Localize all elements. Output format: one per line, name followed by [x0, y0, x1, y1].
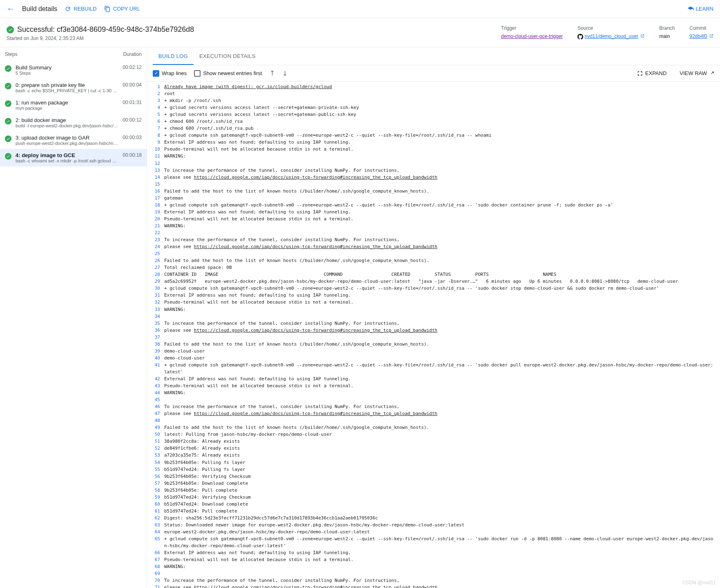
iap-doc-link[interactable]: https://cloud.google.com/iap/docs/using-…	[194, 585, 437, 588]
line-number: 1	[147, 83, 164, 90]
step-title: Build Summary	[16, 64, 118, 71]
view-raw-button[interactable]: VIEW RAW	[680, 70, 714, 76]
log-line: 6+ chmod 600 /root/.ssh/id_rsa	[147, 118, 720, 125]
expand-button[interactable]: EXPAND	[637, 70, 667, 76]
log-line: 15	[147, 181, 720, 188]
scroll-top-icon[interactable]: ⤒	[270, 69, 275, 77]
line-text: b51d9747ed24: Download complete	[164, 501, 720, 508]
iap-doc-link[interactable]: https://cloud.google.com/iap/docs/using-…	[194, 175, 437, 180]
wrap-lines-toggle[interactable]: Wrap lines	[153, 70, 187, 77]
copy-url-button[interactable]: COPY URL	[104, 6, 140, 12]
line-text: please see https://cloud.google.com/iap/…	[164, 243, 720, 250]
line-text	[164, 396, 720, 403]
line-text: 9b253f64b05e: Pulling fs layer	[164, 459, 720, 466]
line-text: Failed to add the host to the list of kn…	[164, 424, 720, 431]
line-number: 15	[147, 181, 164, 188]
build-meta: Trigger demo-cloud-user-gce-trigger Sour…	[501, 25, 713, 40]
log-line: 23To increase the performance of the tun…	[147, 236, 720, 243]
step-row[interactable]: 3: upload docker image to GAR push europ…	[0, 131, 147, 149]
line-text: + gcloud secrets versions access latest …	[164, 104, 720, 111]
line-text: 38a980f2cc8a: Already exists	[164, 438, 720, 445]
line-text: WARNING:	[164, 563, 720, 570]
iap-doc-link[interactable]: https://cloud.google.com/iap/docs/using-…	[194, 244, 437, 249]
log-line: 63Status: Downloaded newer image for eur…	[147, 521, 720, 528]
newest-first-toggle[interactable]: Show newest entries first	[194, 70, 262, 77]
line-number: 8	[147, 132, 164, 139]
step-duration: 00:00:18	[123, 152, 142, 158]
line-text: To increase the performance of the tunne…	[164, 403, 720, 410]
line-number: 14	[147, 174, 164, 181]
learn-button[interactable]: LEARN	[687, 6, 713, 12]
line-text: Pseudo-terminal will not be allocated be…	[164, 382, 720, 389]
line-text: please see https://cloud.google.com/iap/…	[164, 327, 720, 334]
line-number: 7	[147, 125, 164, 132]
log-body[interactable]: 1Already have image (with digest): gcr.i…	[147, 82, 720, 588]
step-row[interactable]: 1: run maven package mvn package 00:01:3…	[0, 96, 147, 114]
line-text: External IP address was not found; defau…	[164, 292, 720, 299]
log-line: 30+ gcloud compute ssh gateman@tf-vpc0-s…	[147, 285, 720, 292]
source-label: Source	[577, 25, 644, 31]
iap-doc-link[interactable]: https://cloud.google.com/iap/docs/using-…	[194, 328, 437, 333]
line-text: WARNING:	[164, 306, 720, 313]
log-line: 44WARNING:	[147, 389, 720, 396]
rebuild-button[interactable]: REBUILD	[65, 6, 96, 12]
log-line: 41+ gcloud compute ssh gateman@tf-vpc0-s…	[147, 362, 720, 375]
line-number: 19	[147, 209, 164, 215]
step-row[interactable]: Build Summary 5 Steps 00:02:12	[0, 61, 147, 79]
log-line: 569b253f64b05e: Verifying Checksum	[147, 473, 720, 480]
line-text: ad5a2c69952f europe-west2-docker.pkg.dev…	[164, 278, 720, 285]
scroll-bottom-icon[interactable]: ⤓	[282, 69, 288, 77]
learn-icon	[687, 6, 694, 12]
line-text: External IP address was not found; defau…	[164, 209, 720, 215]
line-text: WARNING:	[164, 153, 720, 160]
tab-execution-details[interactable]: EXECUTION DETAILS	[194, 47, 261, 65]
line-number: 10	[147, 146, 164, 153]
log-line: 60b51d9747ed24: Download complete	[147, 501, 720, 508]
step-subtitle: 5 Steps	[16, 71, 118, 75]
log-line: 16Failed to add the host to the list of …	[147, 188, 720, 195]
log-line: 70To increase the performance of the tun…	[147, 577, 720, 584]
line-number: 12	[147, 160, 164, 167]
line-number: 64	[147, 528, 164, 535]
log-line: 19External IP address was not found; def…	[147, 209, 720, 215]
step-duration: 00:00:03	[123, 135, 142, 140]
line-text: WARNING:	[164, 389, 720, 396]
log-line: 9External IP address was not found; defa…	[147, 139, 720, 146]
line-text	[164, 417, 720, 424]
log-line: 589b253f64b05e: Pull complete	[147, 487, 720, 494]
commit-link[interactable]: 92db4f0	[689, 33, 707, 39]
line-text: To increase the performance of the tunne…	[164, 236, 720, 243]
step-title: 1: run maven package	[16, 100, 118, 106]
step-row[interactable]: 0: prepare ssh private key file bash -c …	[0, 79, 147, 96]
back-arrow-icon[interactable]: ←	[7, 4, 15, 13]
copy-url-label: COPY URL	[113, 6, 140, 12]
rebuild-label: REBUILD	[74, 6, 96, 12]
line-text: de849f1cfbe6: Already exists	[164, 445, 720, 452]
wrap-lines-label: Wrap lines	[162, 70, 187, 76]
log-line: 26Failed to add the host to the list of …	[147, 257, 720, 264]
line-number: 67	[147, 556, 164, 563]
line-number: 44	[147, 389, 164, 396]
iap-doc-link[interactable]: https://cloud.google.com/iap/docs/using-…	[194, 411, 437, 416]
line-text: europe-west2-docker.pkg.dev/jason-hsbc/m…	[164, 528, 720, 535]
trigger-link[interactable]: demo-cloud-user-gce-trigger	[501, 33, 563, 39]
line-number: 49	[147, 424, 164, 431]
log-line: 20Pseudo-terminal will not be allocated …	[147, 215, 720, 222]
line-text	[164, 334, 720, 341]
line-text: gateman	[164, 195, 720, 202]
step-row[interactable]: 2: build docker image build -t europe-we…	[0, 114, 147, 131]
step-title: 0: prepare ssh private key file	[16, 82, 118, 88]
line-number: 48	[147, 417, 164, 424]
line-number: 68	[147, 563, 164, 570]
line-number: 22	[147, 229, 164, 236]
source-link[interactable]: nvd11/demo_cloud_user	[584, 33, 638, 39]
line-number: 51	[147, 438, 164, 445]
log-line: 13To increase the performance of the tun…	[147, 167, 720, 174]
step-row[interactable]: 4: deploy image to GCE bash -c whoami se…	[0, 149, 147, 166]
log-line: 29ad5a2c69952f europe-west2-docker.pkg.d…	[147, 278, 720, 285]
trigger-label: Trigger	[501, 25, 563, 31]
log-line: 25	[147, 250, 720, 257]
line-text: latest: Pulling from jason-hsbc/my-docke…	[164, 431, 720, 438]
tab-build-log[interactable]: BUILD LOG	[153, 47, 194, 65]
github-icon	[577, 34, 583, 40]
